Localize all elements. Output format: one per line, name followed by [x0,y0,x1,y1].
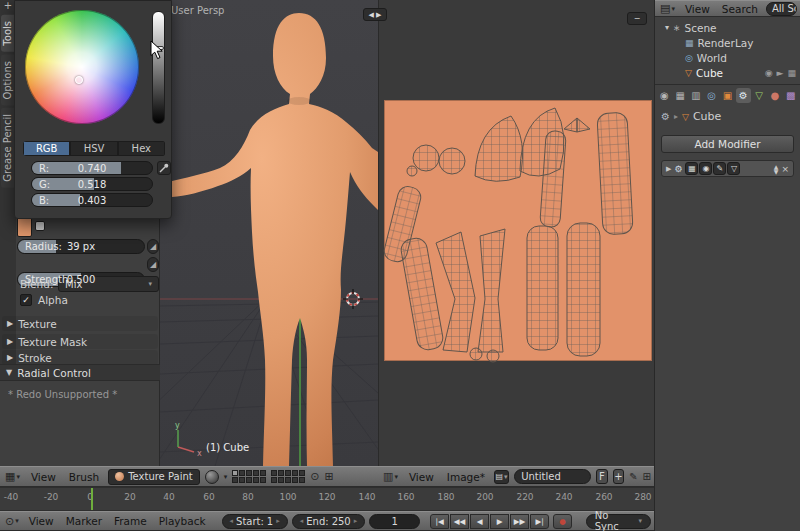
region-split-arrows[interactable]: ◀▶ [363,8,387,21]
strength-pressure-button[interactable]: ◢ [147,257,159,272]
mode-dropdown[interactable]: Texture Paint [108,469,200,485]
panel-texture[interactable]: ▶Texture [2,316,158,331]
data-tab-icon[interactable]: ▽ [752,88,767,103]
tab-hex[interactable]: Hex [118,141,165,156]
end-frame-field[interactable]: ◂ End: 250 ▸ [292,514,366,529]
panel-stroke[interactable]: ▶Stroke [2,350,158,365]
viewport-editor-button[interactable]: ▦▾ [3,470,22,483]
channel-r-slider[interactable]: R: 0.740 [31,161,153,175]
image-menu-image[interactable]: Image* [443,471,489,483]
outliner-item-world[interactable]: ◎ World [655,50,800,65]
move-down-icon[interactable]: ▼ [774,169,779,174]
tab-rgb[interactable]: RGB [23,141,70,156]
jump-to-start-button[interactable]: |◀ [430,514,449,529]
object-tab-icon[interactable]: ▣ [720,88,735,103]
painted-figure[interactable] [167,13,378,466]
next-keyframe-button[interactable]: ▶▶ [510,514,529,529]
modifiers-tab-icon[interactable]: ⚙ [736,88,751,103]
layers-tab-icon[interactable]: ▥ [689,88,704,103]
radius-slider[interactable]: Radius: 39 px [17,239,145,254]
uv-image-editor[interactable]: − [378,0,654,466]
increment-icon[interactable]: ▸ [354,517,358,525]
viewport-3d[interactable]: x y User Persp (1) Cube [160,0,378,466]
texture-tab-icon[interactable]: ▩ [783,88,798,103]
image-browse-button[interactable]: ▤▾ [494,470,509,484]
fake-user-button[interactable]: F [596,469,608,484]
current-frame-field[interactable]: 1 [369,514,420,529]
color-wheel[interactable] [25,10,139,124]
collapsed-arrow-icon[interactable]: ▶ [666,165,671,173]
color-wheel-cursor[interactable] [75,76,83,84]
timeline-menu-frame[interactable]: Frame [110,515,151,527]
alpha-checkbox[interactable]: ✓ [20,294,32,306]
chevron-down-icon[interactable]: ▾ [224,473,228,481]
record-button[interactable]: ● [553,514,572,529]
channel-b-slider[interactable]: B: 0.403 [31,193,153,207]
render-ob-icon[interactable]: ⊞ [324,470,333,483]
play-reverse-button[interactable]: ◀ [470,514,489,529]
modifier-realtime-toggle[interactable]: ◉ [699,162,712,175]
outliner-item-cube[interactable]: ▽ Cube ◉ ► ▦ [655,65,800,80]
layers-grid-right[interactable] [271,470,305,483]
outliner-item-scene[interactable]: ▾ ∗ Scene [655,20,800,35]
outliner-scope-dropdown[interactable]: All Scen [766,2,797,16]
tab-hsv[interactable]: HSV [70,141,117,156]
expand-icon[interactable]: ▾ [665,23,669,32]
strength-slider[interactable]: Strength: 0.500 [17,272,145,287]
panel-texture-mask[interactable]: ▶Texture Mask [2,334,158,349]
secondary-color-swatch[interactable] [35,221,45,231]
jump-to-end-button[interactable]: ▶| [530,514,549,529]
increment-icon[interactable]: ▸ [276,517,280,525]
channel-g-slider[interactable]: G: 0.518 [31,177,153,191]
material-tab-icon[interactable]: ● [767,88,782,103]
image-menu-view[interactable]: View [405,471,438,483]
current-frame-playhead[interactable] [91,488,93,510]
timeline-menu-view[interactable]: View [25,515,58,527]
panel-radial-control[interactable]: ▼ Radial Control [0,364,160,381]
modifier-cage-toggle[interactable]: ▽ [727,162,740,175]
value-slider[interactable] [152,11,165,124]
world-tab-icon[interactable]: ◎ [704,88,719,103]
tab-grease-pencil[interactable]: Grease Pencil [1,108,14,188]
radius-pressure-button[interactable]: ◢ [147,239,159,254]
breadcrumb-object-label[interactable]: Cube [693,110,721,123]
outliner-menu-search[interactable]: Search [718,3,762,15]
add-modifier-button[interactable]: Add Modifier [661,135,794,153]
timeline-menu-playback[interactable]: Playback [155,515,210,527]
eyedropper-button[interactable] [157,161,171,175]
uv-region-button[interactable]: − [627,12,647,25]
pencil-icon[interactable]: ✎ [629,471,637,482]
brush-preview-icon[interactable] [205,470,219,484]
outliner-editor-button[interactable]: ▤▾ [658,2,677,15]
modifier-entry[interactable]: ▶ ⚙ ▦ ◉ ✎ ▽ ▲ ▼ × [661,160,794,177]
sync-dropdown[interactable]: No Sync ▾ [586,514,651,529]
image-name-field[interactable]: Untitled [514,469,591,484]
play-button[interactable]: ▶ [490,514,509,529]
decrement-icon[interactable]: ◂ [230,517,234,525]
layers-grid-left[interactable] [232,470,266,483]
scene-tab-icon[interactable]: ▦ [673,88,688,103]
render-restrict-icon[interactable]: ▦ [787,68,796,78]
decrement-icon[interactable]: ◂ [300,517,304,525]
tab-tools[interactable]: Tools [1,15,14,52]
selectable-arrow-icon[interactable]: ► [777,68,784,78]
tab-options[interactable]: Options [1,55,14,106]
timeline-ruler[interactable]: -40 -20 0 20 40 60 80 100 120 140 160 18… [0,487,654,511]
viewport-menu-brush[interactable]: Brush [65,471,103,483]
new-image-button[interactable]: + [613,469,625,484]
modifier-render-toggle[interactable]: ▦ [685,162,698,175]
delete-modifier-icon[interactable]: × [781,164,789,174]
start-frame-field[interactable]: ◂ Start: 1 ▸ [222,514,288,529]
prev-keyframe-button[interactable]: ◀◀ [450,514,469,529]
render-tab-icon[interactable]: ◉ [657,88,672,103]
image-editor-button[interactable]: ▥▾ [381,470,400,483]
visibility-eye-icon[interactable]: ◉ [765,68,773,78]
timeline-editor-button[interactable]: ⊙▾ [3,515,21,528]
grid-icon[interactable]: ⊞ [643,471,651,482]
timeline-menu-marker[interactable]: Marker [62,515,106,527]
outliner-item-renderlayer[interactable]: ▦ RenderLay [655,35,800,50]
modifier-editmode-toggle[interactable]: ✎ [713,162,726,175]
outliner-menu-view[interactable]: View [681,3,714,15]
viewport-menu-view[interactable]: View [27,471,60,483]
snap-icon[interactable]: ⊙ [310,470,319,483]
